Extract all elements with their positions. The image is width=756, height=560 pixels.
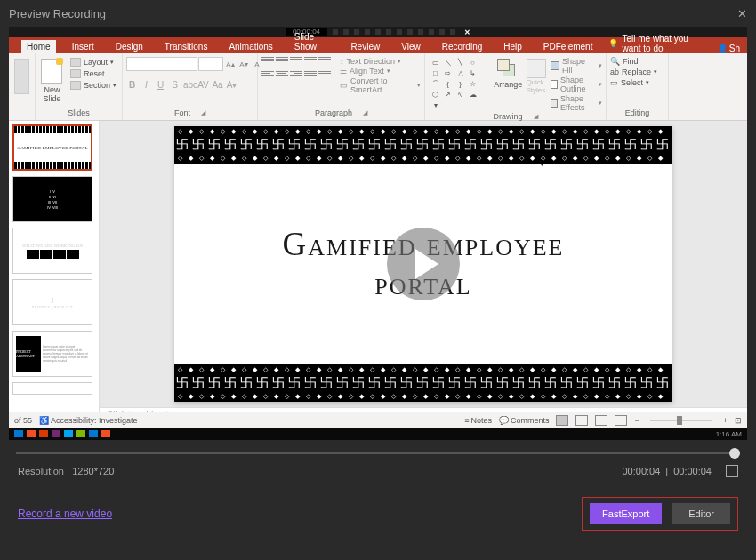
timeline-handle[interactable] (729, 448, 740, 459)
tell-me-search[interactable]: 💡 Tell me what you want to do (608, 34, 705, 53)
columns-button[interactable] (318, 71, 331, 82)
replace-button[interactable]: abReplace▾ (610, 68, 657, 76)
shadow-button[interactable]: abc (183, 80, 195, 90)
shape-effects-button[interactable]: Shape Effects▾ (551, 94, 602, 112)
bullets-button[interactable] (261, 57, 274, 68)
tab-home[interactable]: Home (21, 40, 56, 53)
shape-brace-icon[interactable]: { (442, 79, 454, 89)
reading-view-icon[interactable] (595, 415, 607, 426)
reset-button[interactable]: Reset (68, 68, 118, 79)
thumbnail-2[interactable]: IV IIVI IIIVII IVVIII (12, 176, 92, 222)
shape-triangle-icon[interactable]: △ (454, 68, 466, 78)
editor-button[interactable]: Editor (672, 503, 730, 524)
shapes-gallery[interactable]: ▭ ＼ ╲ ○ □ ⇨ △ ↳ ⌒ { } ☆ ⬡ ↗ ∿ (429, 57, 490, 111)
decrease-indent-button[interactable] (290, 57, 302, 68)
shape-curve-icon[interactable]: ⌒ (430, 79, 441, 89)
tab-animations[interactable]: Animations (223, 40, 277, 53)
char-spacing-button[interactable]: AV (197, 80, 209, 90)
justify-button[interactable] (304, 71, 317, 82)
notes-button[interactable]: ≡Notes (464, 416, 492, 425)
shapes-more-icon[interactable]: ▾ (430, 100, 441, 110)
shape-square-icon[interactable]: □ (430, 68, 441, 78)
shape-free-icon[interactable]: ∿ (454, 90, 466, 100)
thumbnail-3[interactable]: WHAT WE ARE WORKING ON (12, 228, 92, 274)
text-direction-button[interactable]: ↕Text Direction▾ (340, 57, 421, 66)
shape-arrow2-icon[interactable]: ↗ (442, 90, 454, 100)
font-size-input[interactable] (198, 57, 223, 71)
tab-recording[interactable]: Recording (437, 40, 488, 53)
taskbar-app-icon[interactable] (39, 430, 48, 437)
taskbar-app-icon[interactable] (27, 430, 36, 437)
drawing-launcher-icon[interactable]: ◢ (534, 113, 538, 120)
font-color-button[interactable]: A▾ (226, 80, 237, 90)
slideshow-view-icon[interactable] (615, 415, 627, 426)
taskbar-app-icon[interactable] (89, 430, 98, 437)
tab-design[interactable]: Design (110, 40, 149, 53)
shape-hexagon-icon[interactable]: ⬡ (430, 90, 441, 100)
tab-view[interactable]: View (396, 40, 426, 53)
align-right-button[interactable] (290, 71, 302, 82)
paste-icon[interactable] (14, 59, 29, 94)
new-slide-button[interactable]: New Slide (39, 57, 65, 103)
close-icon[interactable]: ✕ (737, 7, 747, 20)
quick-styles-button[interactable]: Quick Styles (526, 57, 547, 94)
font-launcher-icon[interactable]: ◢ (201, 109, 205, 116)
share-button[interactable]: 👤 Sh (717, 44, 740, 53)
zoom-slider[interactable] (650, 420, 712, 421)
taskbar-app-icon[interactable] (64, 430, 73, 437)
fast-export-button[interactable]: FastExport (590, 503, 662, 524)
align-text-button[interactable]: ☰Align Text▾ (340, 67, 421, 76)
tab-help[interactable]: Help (498, 40, 527, 53)
change-case-button[interactable]: Aa (212, 80, 223, 90)
align-left-button[interactable] (261, 71, 274, 82)
mini-player-close-icon[interactable]: ✕ (464, 28, 470, 36)
shape-line2-icon[interactable]: ╲ (454, 58, 466, 68)
tab-review[interactable]: Review (345, 40, 385, 53)
record-new-link[interactable]: Record a new video (18, 508, 112, 520)
shape-rectangle-icon[interactable]: ▭ (430, 58, 441, 68)
section-button[interactable]: Section▾ (68, 80, 118, 91)
shape-fill-button[interactable]: Shape Fill▾ (551, 57, 602, 75)
increase-font-icon[interactable]: A▴ (224, 58, 237, 70)
bold-button[interactable]: B (126, 80, 138, 90)
layout-button[interactable]: Layout▾ (68, 57, 118, 68)
shape-arrow-icon[interactable]: ⇨ (442, 68, 454, 78)
increase-indent-button[interactable] (304, 57, 317, 68)
tab-slideshow[interactable]: Slide Show (289, 30, 335, 53)
video-timeline[interactable] (16, 452, 740, 454)
numbering-button[interactable] (276, 57, 288, 68)
find-button[interactable]: 🔍Find (610, 57, 657, 66)
taskbar-app-icon[interactable] (52, 430, 60, 437)
taskbar-app-icon[interactable] (76, 430, 85, 437)
normal-view-icon[interactable] (556, 415, 568, 426)
slide-thumbnails[interactable]: GAMIFIED EMPLOYEE PORTAL IV IIVI IIIVII … (9, 121, 100, 412)
paragraph-launcher-icon[interactable]: ◢ (363, 109, 367, 116)
shape-brace2-icon[interactable]: } (454, 79, 466, 89)
line-spacing-button[interactable] (318, 57, 331, 68)
align-center-button[interactable] (276, 71, 288, 82)
tab-insert[interactable]: Insert (67, 40, 100, 53)
arrange-button[interactable]: Arrange (494, 57, 522, 89)
convert-smartart-button[interactable]: ▭Convert to SmartArt▾ (340, 76, 421, 94)
sorter-view-icon[interactable] (575, 415, 588, 426)
decrease-font-icon[interactable]: A▾ (237, 58, 250, 70)
shape-line-icon[interactable]: ＼ (442, 58, 454, 68)
strikethrough-button[interactable]: S (169, 80, 181, 90)
comments-button[interactable]: 💬Comments (499, 416, 550, 425)
thumbnail-1[interactable]: GAMIFIED EMPLOYEE PORTAL (12, 124, 92, 171)
fullscreen-icon[interactable] (726, 465, 738, 477)
accessibility-button[interactable]: ♿ Accessibility: Investigate (39, 416, 138, 425)
thumbnail-5[interactable]: PROJECT ABSTRACT Lorem ipsum dolor sit a… (12, 331, 92, 377)
thumbnail-4[interactable]: I PROJECT ABSTRACT (12, 279, 92, 325)
taskbar-app-icon[interactable] (101, 430, 110, 437)
zoom-out-icon[interactable]: − (634, 416, 639, 425)
underline-button[interactable]: U (155, 80, 166, 90)
play-button[interactable] (387, 228, 460, 300)
shape-outline-button[interactable]: Shape Outline▾ (551, 76, 602, 93)
font-family-input[interactable] (126, 57, 197, 71)
tab-pdfelement[interactable]: PDFelement (538, 40, 599, 53)
shape-cloud-icon[interactable]: ☁ (467, 90, 479, 100)
tab-transitions[interactable]: Transitions (159, 40, 213, 53)
select-button[interactable]: ▭Select▾ (610, 78, 657, 87)
thumbnail-6[interactable] (12, 382, 92, 395)
